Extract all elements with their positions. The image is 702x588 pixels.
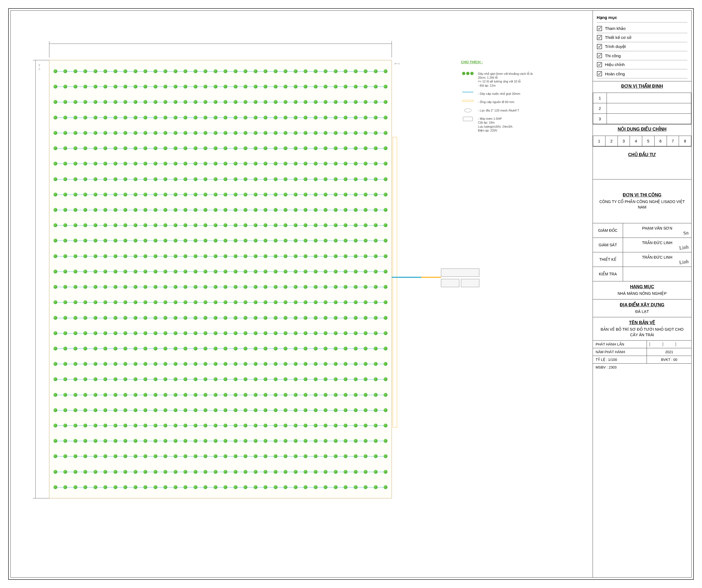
dripper-icon [184, 69, 187, 73]
dripper-icon [263, 393, 267, 397]
dripper-icon [214, 223, 218, 227]
dripper-icon [173, 377, 178, 381]
dripper-icon [194, 346, 198, 350]
thamdinh-cell [607, 93, 691, 103]
dripper-icon [234, 270, 237, 273]
dripper-icon [74, 239, 77, 243]
dripper-icon [384, 177, 387, 181]
thamdinh-num: 2 [593, 103, 607, 114]
dripper-icon [263, 208, 267, 212]
dripper-icon [304, 131, 308, 135]
dripper-icon [283, 131, 287, 135]
dripper-icon [94, 454, 97, 458]
dripper-icon [364, 408, 367, 412]
dripper-icon [224, 193, 227, 196]
dripper-icon [263, 239, 267, 243]
sign-role: THIẾT KẾ [593, 252, 623, 267]
dripper-icon [114, 239, 117, 243]
dripper-icon [143, 239, 147, 243]
dripper-icon [254, 346, 257, 350]
dripper-icon [354, 177, 358, 181]
dripper-icon [194, 377, 198, 381]
dripper-icon [114, 316, 117, 320]
dripper-icon [344, 377, 347, 381]
dripper-icon [123, 193, 127, 196]
dripper-icon [63, 162, 67, 165]
dripper-icon [224, 270, 227, 273]
dripper-icon [234, 116, 237, 120]
dripper-icon [274, 393, 277, 397]
dripper-icon [173, 316, 178, 320]
dripper-icon [214, 285, 218, 289]
dripper-icon [214, 69, 218, 73]
dripper-icon [314, 300, 318, 304]
dripper-icon [214, 408, 218, 412]
dripper-icon [304, 177, 308, 181]
legend-symbol-orange-icon [461, 100, 475, 102]
dripper-icon [94, 239, 97, 243]
dripper-icon [74, 270, 77, 273]
dripper-icon [74, 362, 77, 366]
dripper-icon [263, 100, 267, 104]
dripper-icon [103, 316, 107, 320]
drip-row [53, 392, 387, 398]
dripper-icon [384, 208, 387, 212]
dripper-icon [294, 208, 298, 212]
tenbanve-value: BẢN VẼ BỐ TRÍ SƠ ĐỒ TƯỚI NHỎ GIỌT CHO CÂ… [597, 327, 688, 337]
dripper-icon [344, 362, 347, 366]
dripper-icon [294, 424, 298, 427]
noidung-table: 12345678 [593, 136, 691, 146]
dripper-icon [283, 239, 287, 243]
dripper-icon [163, 470, 167, 474]
dripper-icon [153, 470, 157, 474]
dripper-icon [354, 223, 358, 227]
dripper-icon [114, 146, 117, 150]
dripper-icon [374, 239, 378, 243]
thamdinh-title: ĐƠN VỊ THẨM ĐỊNH [593, 82, 691, 91]
dripper-icon [374, 146, 378, 150]
dripper-icon [324, 362, 327, 366]
dripper-icon [123, 393, 127, 397]
drip-row [53, 377, 387, 382]
dripper-icon [143, 470, 147, 474]
dripper-icon [274, 346, 277, 350]
dripper-icon [354, 146, 358, 150]
drip-grid [53, 68, 387, 490]
dripper-icon [384, 146, 387, 150]
dripper-icon [184, 316, 187, 320]
dripper-icon [374, 193, 378, 196]
dripper-icon [103, 300, 107, 304]
dripper-icon [74, 485, 77, 489]
dripper-icon [74, 316, 77, 320]
dripper-icon [153, 424, 157, 427]
dripper-icon [83, 193, 87, 196]
dripper-icon [194, 316, 198, 320]
dripper-icon [94, 393, 97, 397]
check-row: Thiết kế cơ sở [597, 33, 688, 42]
dripper-icon [94, 69, 97, 73]
dripper-icon [63, 439, 67, 443]
dripper-icon [283, 408, 287, 412]
dripper-icon [184, 470, 187, 474]
dripper-icon [94, 116, 97, 120]
dripper-icon [224, 485, 227, 489]
dripper-icon [384, 346, 387, 350]
dripper-icon [214, 470, 218, 474]
dripper-icon [173, 116, 178, 120]
dripper-icon [114, 331, 117, 335]
dripper-icon [103, 408, 107, 412]
drip-row [53, 315, 387, 321]
dripper-icon [94, 193, 97, 196]
dripper-icon [184, 85, 187, 89]
dripper-icon [94, 408, 97, 412]
dripper-icon [184, 300, 187, 304]
dripper-icon [384, 193, 387, 196]
dripper-icon [263, 85, 267, 89]
signature-icon: Linh [679, 244, 689, 251]
dripper-icon [163, 162, 167, 165]
irrigation-field [49, 60, 392, 498]
dripper-icon [364, 223, 367, 227]
dripper-icon [83, 439, 87, 443]
drip-row [53, 330, 387, 336]
drawing-area: ⊢⊣ ⊤⊥ CHÚ THÍCH : D [11, 11, 593, 577]
